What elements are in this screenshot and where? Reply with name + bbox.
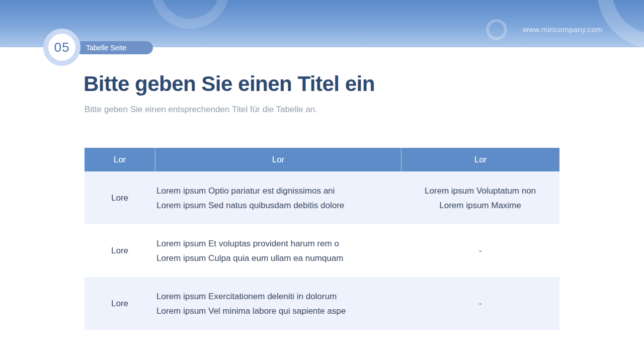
table-cell-label: Lore	[85, 171, 155, 224]
table-row: Lore Lorem ipsum Optio pariatur est dign…	[85, 171, 559, 224]
table-header-cell-1: Lor	[85, 148, 155, 171]
cell-line: Lorem ipsum Vel minima labore qui sapien…	[156, 304, 346, 318]
cell-line: -	[479, 296, 482, 311]
table-cell-value: Lorem ipsum Voluptatum non Lorem ipsum M…	[401, 171, 559, 224]
decor-ring-small-icon	[486, 19, 507, 40]
website-url: www.miricompany.com	[523, 25, 602, 34]
table-header-row: Lor Lor Lor	[85, 148, 559, 171]
table-cell-value: -	[401, 277, 559, 330]
slide-subtitle: Bitte geben Sie einen entsprechenden Tit…	[85, 105, 317, 115]
data-table: Lor Lor Lor Lore Lorem ipsum Optio paria…	[85, 148, 559, 330]
page-number: 05	[54, 40, 70, 55]
cell-line: Lorem ipsum Voluptatum non	[425, 184, 536, 198]
cell-line: -	[479, 243, 482, 258]
page-number-badge: 05	[43, 29, 80, 66]
cell-line: Lorem ipsum Et voluptas provident harum …	[156, 236, 339, 251]
table-cell-value: -	[401, 224, 559, 277]
table-cell-description: Lorem ipsum Optio pariatur est dignissim…	[155, 171, 401, 224]
table-header-cell-3: Lor	[401, 148, 559, 171]
table-cell-description: Lorem ipsum Exercitationem deleniti in d…	[155, 277, 401, 330]
decor-ring-left-icon	[151, 0, 229, 29]
table-cell-label: Lore	[85, 277, 155, 330]
section-tag-label: Tabelle Seite	[86, 44, 126, 52]
cell-line: Lorem ipsum Sed natus quibusdam debitis …	[156, 198, 344, 213]
cell-line: Lorem ipsum Exercitationem deleniti in d…	[156, 289, 337, 304]
table-cell-description: Lorem ipsum Et voluptas provident harum …	[155, 224, 401, 277]
table-row: Lore Lorem ipsum Et voluptas provident h…	[85, 224, 559, 277]
cell-line: Lorem ipsum Optio pariatur est dignissim…	[156, 184, 335, 198]
table-cell-label: Lore	[85, 224, 155, 277]
decor-ring-corner-icon	[597, 0, 644, 47]
header-banner: www.miricompany.com	[0, 0, 644, 47]
section-tag-pill: Tabelle Seite	[75, 41, 153, 54]
cell-line: Lorem ipsum Maxime	[439, 198, 521, 213]
table-row: Lore Lorem ipsum Exercitationem deleniti…	[85, 277, 559, 330]
slide-title: Bitte geben Sie einen Titel ein	[84, 72, 375, 96]
table-header-cell-2: Lor	[155, 148, 401, 171]
slide-canvas: www.miricompany.com 05 Tabelle Seite Bit…	[0, 0, 644, 362]
cell-line: Lorem ipsum Culpa quia eum ullam ea numq…	[156, 251, 343, 265]
